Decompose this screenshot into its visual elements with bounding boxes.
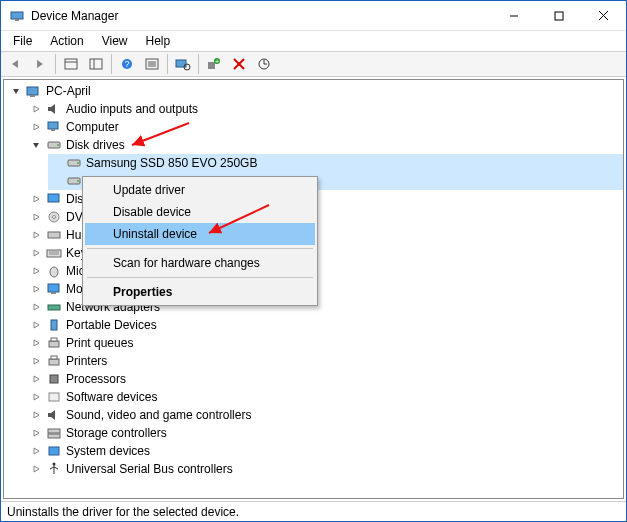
svg-rect-27 [51,129,55,131]
statusbar: Uninstalls the driver for the selected d… [1,501,626,521]
tree-node[interactable]: Universal Serial Bus controllers [28,460,623,478]
menu-file[interactable]: File [5,33,40,49]
expand-icon[interactable] [30,193,42,205]
properties-pane-button[interactable] [84,53,108,75]
toolbar-separator [167,54,168,74]
svg-point-33 [77,180,79,182]
window-controls [491,1,626,30]
menu-action[interactable]: Action [42,33,91,49]
computer-icon [26,83,42,99]
maximize-button[interactable] [536,1,581,30]
expand-icon[interactable] [30,283,42,295]
expand-icon[interactable] [30,355,42,367]
tree-node[interactable]: Sound, video and game controllers [28,406,623,424]
context-menu-item[interactable]: Disable device [85,201,315,223]
expand-icon[interactable] [30,427,42,439]
add-legacy-button[interactable]: + [202,53,226,75]
tree-node[interactable]: Printers [28,352,623,370]
usb-icon [46,461,62,477]
expand-icon[interactable] [30,229,42,241]
mouse-icon [46,263,62,279]
tree-node[interactable]: Software devices [28,388,623,406]
svg-rect-45 [51,320,57,330]
tree-node[interactable]: Computer [28,118,623,136]
expand-icon[interactable] [30,103,42,115]
tree-node-label: Processors [66,370,126,388]
toolbar-separator [55,54,56,74]
svg-point-29 [57,144,59,146]
device-tree-pane[interactable]: PC-AprilAudio inputs and outputsComputer… [3,79,624,499]
expand-icon[interactable] [30,319,42,331]
close-button[interactable] [581,1,626,30]
dvd-icon [46,209,62,225]
svg-rect-37 [48,232,60,238]
expand-icon[interactable] [30,121,42,133]
svg-point-41 [50,267,58,277]
svg-rect-51 [49,393,59,401]
uninstall-button[interactable] [227,53,251,75]
expand-icon[interactable] [30,373,42,385]
expand-icon[interactable] [30,301,42,313]
svg-rect-50 [50,375,58,383]
tree-node-label: Print queues [66,334,133,352]
expand-icon[interactable] [30,391,42,403]
svg-rect-3 [555,12,563,20]
svg-rect-54 [49,447,59,455]
expand-icon[interactable] [30,409,42,421]
update-driver-button[interactable] [252,53,276,75]
properties-button[interactable] [140,53,164,75]
tree-root-node[interactable]: PC-April [8,82,623,100]
menu-help[interactable]: Help [138,33,179,49]
tree-node-label: Computer [66,118,119,136]
svg-rect-47 [51,338,57,341]
expand-icon[interactable] [10,85,22,97]
svg-point-55 [53,463,56,466]
context-menu-item[interactable]: Update driver [85,179,315,201]
disk-icon [66,155,82,171]
tree-node[interactable]: Processors [28,370,623,388]
expand-icon[interactable] [30,463,42,475]
tree-node[interactable]: Disk drives [28,136,623,154]
context-menu-item[interactable]: Uninstall device [85,223,315,245]
svg-rect-49 [51,356,57,359]
tree-node[interactable]: Print queues [28,334,623,352]
tree-node-label: Samsung SSD 850 EVO 250GB [86,154,257,172]
tree-node[interactable]: Audio inputs and outputs [28,100,623,118]
scan-hardware-button[interactable] [171,53,195,75]
expand-icon[interactable] [30,211,42,223]
tree-node[interactable]: Samsung SSD 850 EVO 250GB [48,154,623,172]
tree-node-label: Software devices [66,388,157,406]
context-menu-item[interactable]: Properties [85,281,315,303]
titlebar: Device Manager [1,1,626,31]
back-button[interactable] [3,53,27,75]
menu-view[interactable]: View [94,33,136,49]
svg-rect-24 [27,87,38,95]
context-menu-item[interactable]: Scan for hardware changes [85,252,315,274]
help-button[interactable]: ? [115,53,139,75]
forward-button[interactable] [28,53,52,75]
tree-node[interactable]: System devices [28,442,623,460]
svg-rect-48 [49,359,59,365]
expand-icon[interactable] [30,265,42,277]
toolbar-separator [198,54,199,74]
tree-node[interactable]: Portable Devices [28,316,623,334]
svg-rect-42 [48,284,59,292]
status-text: Uninstalls the driver for the selected d… [7,505,239,519]
svg-rect-1 [15,19,19,21]
show-hide-button[interactable] [59,53,83,75]
svg-text:?: ? [124,59,129,69]
svg-point-36 [53,216,56,219]
tree-node-label: PC-April [46,82,91,100]
software-icon [46,389,62,405]
expand-icon[interactable] [30,445,42,457]
tree-node-label: Universal Serial Bus controllers [66,460,233,478]
tree-node[interactable]: Storage controllers [28,424,623,442]
expand-icon[interactable] [30,337,42,349]
tree-node-label: Disk drives [66,136,125,154]
expand-icon[interactable] [30,139,42,151]
disk-icon [46,137,62,153]
minimize-button[interactable] [491,1,536,30]
computer-icon [46,119,62,135]
menubar: File Action View Help [1,31,626,51]
expand-icon[interactable] [30,247,42,259]
